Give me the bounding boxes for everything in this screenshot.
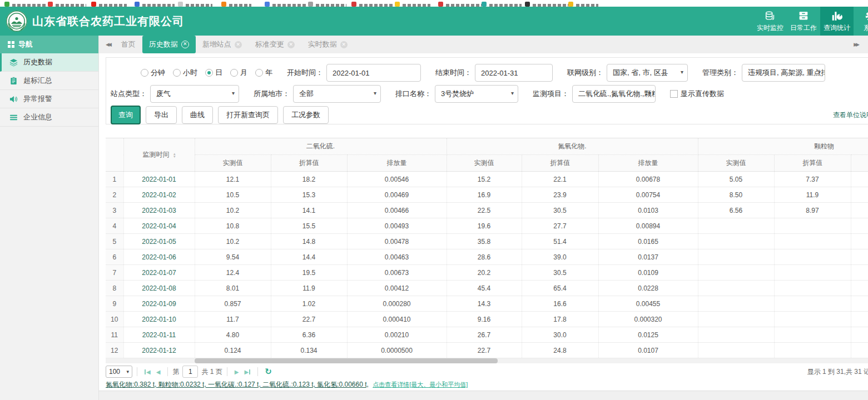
value-cell: 22.5 (447, 203, 522, 218)
time-column-header[interactable]: 监测时间 ▴▾ (123, 138, 195, 172)
database-icon (764, 9, 776, 23)
condition-params-button[interactable]: 工况参数 (283, 106, 329, 124)
data-table: 监测时间 ▴▾ 二氧化硫. 氮氧化物. 颗粒物 实测值 折算值 排放量 实测值 … (106, 138, 868, 358)
close-icon[interactable]: ✕ (181, 41, 189, 48)
bookmark-item[interactable] (482, 2, 525, 7)
bookmark-item[interactable] (135, 2, 178, 7)
row-index-cell: 10 (106, 312, 123, 327)
unit-note-link[interactable]: 查看单位说明 (833, 111, 868, 120)
open-new-query-button[interactable]: 打开新查询页 (218, 106, 278, 124)
bookmark-item[interactable] (265, 2, 308, 7)
clipped-cell (851, 327, 868, 343)
close-icon[interactable]: ✕ (235, 41, 242, 48)
tab-new-station[interactable]: 新增站点 ✕ (196, 36, 249, 53)
value-cell: 30.0 (522, 327, 598, 343)
close-icon[interactable]: ✕ (340, 41, 348, 48)
value-cell (774, 234, 851, 249)
bookmark-item[interactable] (395, 2, 438, 7)
bookmark-item[interactable] (308, 2, 351, 7)
table-row[interactable]: 22022-01-0210.515.30.0046916.923.90.0075… (106, 187, 868, 203)
prev-page-button[interactable]: ◀ (156, 369, 161, 375)
chevron-down-icon: ▾ (681, 69, 683, 75)
query-button[interactable]: 查询 (111, 106, 141, 124)
page-size-select[interactable]: 100 ▾ (106, 366, 132, 378)
sidebar-item-company-info[interactable]: 企业信息 (0, 108, 98, 127)
value-cell: 6.56 (698, 203, 774, 218)
manage-type-select[interactable]: 违规项目, 高架源, 重点排 ▾ (742, 64, 825, 82)
table-row[interactable]: 42022-01-0410.815.50.0049319.627.70.0089… (106, 218, 868, 234)
sub-header: 实测值 (447, 155, 522, 172)
value-cell: 10.8 (195, 218, 271, 234)
radio-day[interactable]: 日 (205, 68, 222, 78)
radio-icon (173, 69, 181, 77)
table-row[interactable]: 92022-01-090.8571.020.00028014.316.60.00… (106, 296, 868, 312)
end-time-input[interactable]: 2022-01-31 (475, 64, 553, 82)
table-row[interactable]: 82022-01-088.0111.90.0041245.465.40.0228 (106, 281, 868, 296)
value-cell: 0.0109 (598, 265, 698, 281)
clipped-cell (851, 296, 868, 312)
tabs-scroll-left-icon[interactable]: ◀◀ (99, 42, 115, 47)
tab-history-data[interactable]: 历史数据 ✕ (142, 36, 196, 53)
first-page-button[interactable]: ◀ (145, 369, 151, 375)
page-number-input[interactable]: 1 (182, 366, 198, 378)
value-cell: 0.000320 (598, 312, 698, 327)
export-button[interactable]: 导出 (146, 106, 177, 124)
scrollbar-thumb[interactable] (195, 358, 498, 363)
radio-month[interactable]: 月 (230, 68, 247, 78)
table-row[interactable]: 102022-01-1011.722.70.0004109.1617.80.00… (106, 312, 868, 327)
monitor-items-select[interactable]: 二氧化硫.,氮氧化物.,颗粒 ▾ (572, 85, 656, 103)
nav-daily-work[interactable]: 日常工作 (787, 7, 820, 36)
value-cell: 27.7 (522, 218, 598, 234)
sidebar-item-exceed-summary[interactable]: 超标汇总 (0, 72, 98, 90)
bookmark-item[interactable] (91, 2, 135, 7)
clipped-cell (851, 203, 868, 218)
nav-realtime-monitor[interactable]: 实时监控 (753, 7, 787, 36)
refresh-icon[interactable]: ↻ (265, 367, 272, 377)
tab-home[interactable]: 首页 (115, 36, 142, 53)
close-icon[interactable]: ✕ (287, 41, 295, 48)
station-type-select[interactable]: 废气 ▾ (150, 85, 239, 103)
network-level-select[interactable]: 国家, 省, 市, 区县 ▾ (607, 64, 688, 82)
value-cell (774, 296, 851, 312)
detail-link[interactable]: 点击查看详情[最大、最小和平均值] (373, 381, 468, 388)
value-cell: 15.5 (271, 218, 347, 234)
bookmark-favicon-icon (568, 2, 573, 7)
radio-minute[interactable]: 分钟 (141, 68, 165, 78)
table-row[interactable]: 72022-01-0712.419.50.0067320.230.50.0109 (106, 265, 868, 281)
date-cell: 2022-01-08 (123, 281, 195, 296)
outlet-name-select[interactable]: 3号焚烧炉 ▾ (435, 85, 518, 103)
table-row[interactable]: 12022-01-0112.118.20.0054615.222.10.0067… (106, 172, 868, 187)
table-row[interactable]: 112022-01-114.806.360.0021026.730.00.012… (106, 327, 868, 343)
bookmark-item[interactable] (525, 2, 568, 7)
bookmark-item[interactable] (48, 2, 91, 7)
bookmark-item[interactable] (438, 2, 482, 7)
table-row[interactable]: 62022-01-069.5414.40.0046328.639.00.0137 (106, 249, 868, 265)
radio-hour[interactable]: 小时 (173, 68, 197, 78)
last-page-button[interactable]: ▶ (244, 369, 250, 375)
curve-button[interactable]: 曲线 (182, 106, 213, 124)
row-index-cell: 12 (106, 343, 123, 358)
nav-query-statistics[interactable]: 查询统计 (820, 7, 854, 36)
table-row[interactable]: 122022-01-120.1240.1340.000050022.724.80… (106, 343, 868, 358)
radio-year[interactable]: 年 (255, 68, 272, 78)
table-row[interactable]: 32022-01-0310.214.10.0046622.530.50.0103… (106, 203, 868, 218)
tab-realtime-data[interactable]: 实时数据 ✕ (301, 36, 354, 53)
bookmark-item[interactable] (568, 2, 612, 7)
bookmark-item[interactable] (178, 2, 221, 7)
start-time-input[interactable]: 2022-01-01 (326, 64, 421, 82)
tabs-scroll-right-icon[interactable]: ▶▶ (847, 42, 862, 47)
bookmark-item[interactable] (351, 2, 395, 7)
value-cell (698, 234, 774, 249)
table-row[interactable]: 52022-01-0510.214.80.0047835.851.40.0165 (106, 234, 868, 249)
tab-standard-change[interactable]: 标准变更 ✕ (249, 36, 301, 53)
value-cell: 5.05 (698, 172, 774, 187)
sidebar-item-abnormal-alarm[interactable]: 异常报警 (0, 90, 98, 108)
bookmark-item[interactable] (221, 2, 265, 7)
city-select[interactable]: 全部 ▾ (293, 85, 381, 103)
nav-system[interactable]: 系统 (854, 7, 868, 36)
next-page-button[interactable]: ▶ (235, 369, 239, 375)
bookmark-item[interactable] (4, 2, 48, 7)
value-cell (698, 281, 774, 296)
sidebar-item-history-data[interactable]: 历史数据 (0, 53, 98, 72)
show-direct-data-checkbox[interactable]: 显示直传数据 (670, 89, 724, 99)
